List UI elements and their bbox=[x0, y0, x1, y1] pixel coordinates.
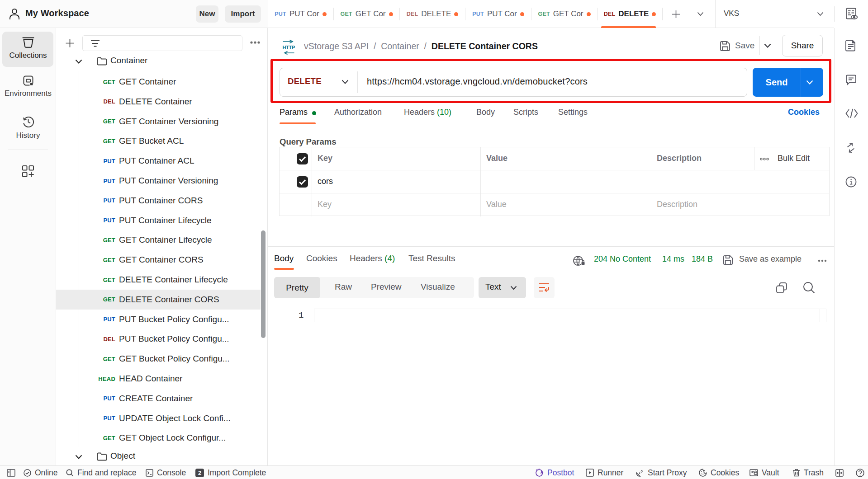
svg-text:HTTP: HTTP bbox=[283, 45, 295, 50]
